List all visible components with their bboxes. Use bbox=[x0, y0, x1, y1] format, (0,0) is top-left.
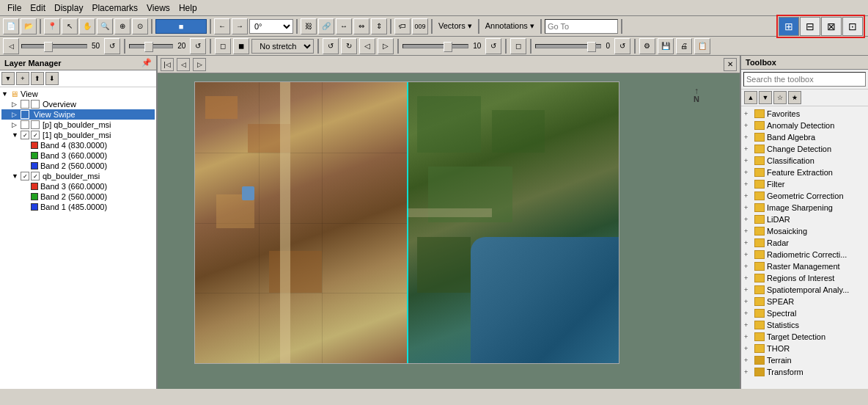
map-close[interactable]: ✕ bbox=[724, 58, 737, 71]
tree-band1[interactable]: Band 1 (485.0000) bbox=[1, 202, 155, 212]
open-btn[interactable]: 📂 bbox=[21, 18, 37, 34]
map-btn3[interactable]: ▷ bbox=[193, 58, 206, 71]
tb-expand-filter[interactable]: + bbox=[744, 180, 754, 188]
expand-view[interactable]: ▼ bbox=[1, 90, 10, 98]
tb-expand-radar[interactable]: + bbox=[744, 239, 754, 247]
tb2-btn3[interactable]: ↺ bbox=[190, 38, 206, 54]
chain3-btn[interactable]: ↔ bbox=[336, 18, 352, 34]
tb2-btn14[interactable]: 💾 bbox=[658, 38, 674, 54]
lm-tb-btn4[interactable]: ⬇ bbox=[45, 72, 59, 85]
tb-expand-stats[interactable]: + bbox=[744, 321, 754, 329]
tb2-btn13[interactable]: ⚙ bbox=[639, 38, 655, 54]
nav2-btn[interactable]: → bbox=[232, 18, 248, 34]
tb2-btn12[interactable]: ↺ bbox=[614, 38, 630, 54]
tree-p-qb[interactable]: ▷ [p] qb_boulder_msi bbox=[1, 120, 155, 130]
blue-action-btn[interactable]: ■ bbox=[155, 19, 207, 34]
tb-expand-regions[interactable]: + bbox=[744, 274, 754, 282]
zoom2-btn[interactable]: ⊕ bbox=[114, 18, 130, 34]
map-area[interactable]: |◁ ◁ ▷ ✕ bbox=[158, 56, 740, 389]
expand-p-qb[interactable]: ▷ bbox=[12, 121, 21, 128]
tb-expand[interactable]: ▼ bbox=[759, 91, 772, 104]
tb-lidar[interactable]: + LiDAR bbox=[743, 214, 867, 225]
tree-band3[interactable]: Band 3 (660.0000) bbox=[1, 150, 155, 161]
map-btn2[interactable]: ◁ bbox=[177, 58, 190, 71]
tb-anomaly[interactable]: + Anomaly Detection bbox=[743, 120, 867, 131]
tb-filter[interactable]: + Filter bbox=[743, 178, 867, 190]
lm-tb-btn1[interactable]: ▼ bbox=[1, 72, 15, 85]
tb-expand-lidar[interactable]: + bbox=[744, 216, 754, 223]
tb-expand-feature[interactable]: + bbox=[744, 169, 754, 176]
cb2-p-qb[interactable] bbox=[31, 120, 40, 129]
tb-expand-geo[interactable]: + bbox=[744, 192, 754, 200]
tb2-btn2[interactable]: ↺ bbox=[104, 38, 120, 54]
tb-expand-spatio[interactable]: + bbox=[744, 286, 754, 293]
tb-star2[interactable]: ★ bbox=[788, 91, 801, 104]
tree-view-root[interactable]: ▼ 🖥 View bbox=[1, 89, 155, 99]
tree-qb2[interactable]: ▼ ✓ ✓ qb_boulder_msi bbox=[1, 171, 155, 181]
tb-band-algebra[interactable]: + Band Algebra bbox=[743, 131, 867, 143]
tb-expand-band-algebra[interactable]: + bbox=[744, 134, 754, 141]
rotation-select[interactable]: 0° bbox=[249, 19, 293, 34]
tb2-btn6[interactable]: ↺ bbox=[323, 38, 339, 54]
tb-expand-sharp[interactable]: + bbox=[744, 204, 754, 211]
expand-swipe[interactable]: ▷ bbox=[12, 111, 21, 118]
tb2-btn7[interactable]: ↻ bbox=[341, 38, 357, 54]
expand-1-qb[interactable]: ▼ bbox=[12, 131, 21, 139]
cb2-overview[interactable] bbox=[31, 100, 40, 109]
tb2-btn11[interactable]: ◻ bbox=[510, 38, 526, 54]
menu-views[interactable]: Views bbox=[142, 1, 174, 15]
tb-spectral[interactable]: + Spectral bbox=[743, 307, 867, 319]
cb-qb2[interactable]: ✓ bbox=[21, 172, 29, 180]
tb-spatiotemporal[interactable]: + Spatiotemporal Analy... bbox=[743, 284, 867, 296]
tree-band2b[interactable]: Band 2 (560.0000) bbox=[1, 191, 155, 202]
cb-swipe[interactable] bbox=[21, 110, 29, 119]
menu-file[interactable]: File bbox=[3, 1, 26, 15]
slider2[interactable] bbox=[129, 44, 173, 48]
tb-expand-thor[interactable]: + bbox=[744, 345, 754, 352]
chain5-btn[interactable]: ⇕ bbox=[371, 18, 387, 34]
tb-expand-mosaic[interactable]: + bbox=[744, 227, 754, 235]
tb-star[interactable]: ☆ bbox=[773, 91, 787, 104]
tb-expand-class[interactable]: + bbox=[744, 157, 754, 164]
zoom3-btn[interactable]: ⊙ bbox=[132, 18, 148, 34]
stretch-select[interactable]: No stretch bbox=[251, 39, 314, 54]
slider3[interactable] bbox=[402, 44, 468, 48]
tb-expand-radio[interactable]: + bbox=[744, 251, 754, 258]
cursor-btn[interactable]: ↖ bbox=[62, 18, 78, 34]
tb-spear[interactable]: + SPEAR bbox=[743, 296, 867, 307]
tb-expand-target[interactable]: + bbox=[744, 333, 754, 340]
tb-favorites[interactable]: + Favorites bbox=[743, 108, 867, 120]
tb-statistics[interactable]: + Statistics bbox=[743, 319, 867, 331]
tb-image-sharpening[interactable]: + Image Sharpening bbox=[743, 202, 867, 214]
menu-help[interactable]: Help bbox=[174, 1, 202, 15]
tb-transform[interactable]: + Transform bbox=[743, 366, 867, 378]
tb-geometric[interactable]: + Geometric Correction bbox=[743, 190, 867, 202]
cb-p-qb[interactable] bbox=[21, 120, 29, 129]
cb2-qb2[interactable]: ✓ bbox=[31, 172, 40, 180]
tb-radar[interactable]: + Radar bbox=[743, 237, 867, 249]
tb-expand-favorites[interactable]: + bbox=[744, 110, 754, 117]
layer-manager-pin[interactable]: 📌 bbox=[141, 58, 152, 68]
slider4[interactable] bbox=[535, 44, 601, 48]
cb-overview[interactable] bbox=[21, 100, 29, 109]
tree-band2[interactable]: Band 2 (560.0000) bbox=[1, 161, 155, 171]
menu-edit[interactable]: Edit bbox=[26, 1, 50, 15]
expand-overview[interactable]: ▷ bbox=[12, 101, 21, 108]
tree-view-swipe[interactable]: ▷ View Swipe bbox=[1, 109, 155, 120]
cb-1-qb[interactable]: ✓ bbox=[21, 131, 29, 139]
tag-btn[interactable]: 🏷 bbox=[394, 18, 411, 34]
zoom-btn[interactable]: 🔍 bbox=[97, 18, 113, 34]
nav1-btn[interactable]: ← bbox=[214, 18, 230, 34]
tb2-btn16[interactable]: 📋 bbox=[694, 38, 710, 54]
tb-expand-anomaly[interactable]: + bbox=[744, 122, 754, 129]
view-btn-3[interactable]: ⊠ bbox=[821, 17, 842, 36]
tb2-btn9[interactable]: ▷ bbox=[378, 38, 394, 54]
view-btn-4[interactable]: ⊡ bbox=[842, 17, 863, 36]
cb2-1-qb[interactable]: ✓ bbox=[31, 131, 40, 139]
lm-tb-btn3[interactable]: ⬆ bbox=[31, 72, 44, 85]
pin-btn[interactable]: 📍 bbox=[44, 18, 60, 34]
tb2-btn8[interactable]: ◁ bbox=[359, 38, 375, 54]
tb2-btn1[interactable]: ◁ bbox=[3, 38, 19, 54]
tb-feature-extraction[interactable]: + Feature Extraction bbox=[743, 167, 867, 178]
view-btn-1[interactable]: ⊞ bbox=[779, 17, 799, 36]
